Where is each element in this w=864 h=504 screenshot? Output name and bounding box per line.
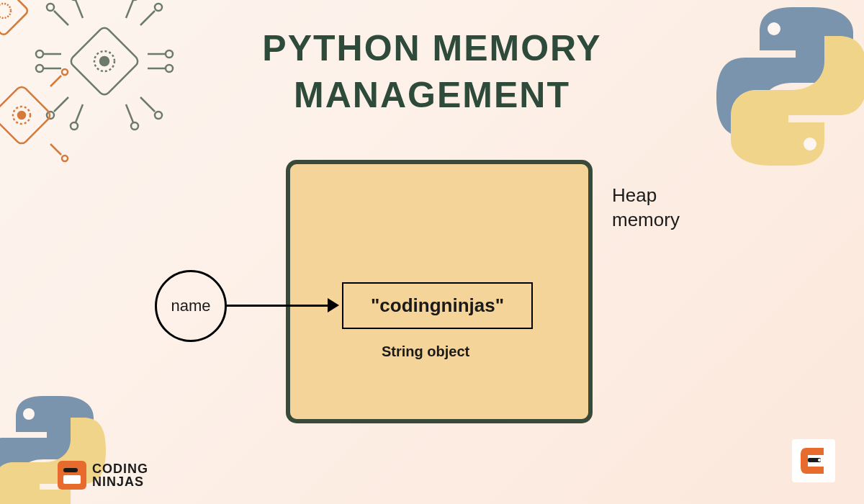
variable-name-text: name bbox=[171, 297, 210, 315]
svg-line-21 bbox=[54, 97, 68, 112]
heap-memory-label: Heap memory bbox=[612, 184, 680, 233]
reference-arrow bbox=[227, 305, 331, 307]
svg-point-40 bbox=[23, 408, 35, 420]
title-line-2: MANAGEMENT bbox=[262, 72, 601, 119]
svg-point-26 bbox=[36, 50, 43, 58]
string-object-box: "codingninjas" bbox=[342, 282, 533, 329]
coding-ninjas-brand-text: CODING NINJAS bbox=[92, 462, 148, 488]
svg-point-10 bbox=[155, 4, 162, 11]
svg-point-2 bbox=[100, 57, 109, 66]
svg-line-9 bbox=[140, 11, 155, 25]
coding-ninjas-icon bbox=[58, 461, 86, 490]
svg-point-16 bbox=[155, 112, 162, 119]
svg-line-31 bbox=[50, 76, 61, 86]
svg-line-15 bbox=[140, 97, 155, 112]
svg-point-29 bbox=[18, 112, 25, 119]
python-logo-icon bbox=[706, 0, 864, 173]
svg-point-42 bbox=[818, 459, 821, 462]
svg-point-12 bbox=[166, 50, 173, 58]
title-line-1: PYTHON MEMORY bbox=[262, 25, 601, 72]
svg-point-18 bbox=[131, 122, 138, 130]
svg-line-7 bbox=[126, 0, 133, 18]
circuit-decoration bbox=[0, 0, 209, 180]
svg-line-19 bbox=[76, 104, 83, 122]
svg-point-24 bbox=[36, 65, 43, 72]
svg-line-17 bbox=[126, 104, 133, 122]
svg-rect-36 bbox=[0, 0, 29, 36]
coding-ninjas-icon-small bbox=[792, 439, 835, 482]
page-title: PYTHON MEMORY MANAGEMENT bbox=[262, 25, 601, 119]
svg-point-32 bbox=[62, 69, 68, 75]
svg-point-14 bbox=[166, 65, 173, 72]
svg-point-4 bbox=[47, 4, 54, 11]
svg-point-34 bbox=[62, 156, 68, 161]
string-value-text: "codingninjas" bbox=[371, 294, 504, 317]
reference-arrow-head bbox=[328, 298, 339, 312]
svg-point-37 bbox=[0, 4, 11, 18]
svg-point-38 bbox=[768, 22, 780, 35]
svg-point-39 bbox=[804, 138, 816, 150]
string-object-label: String object bbox=[382, 343, 469, 360]
coding-ninjas-logo: CODING NINJAS bbox=[58, 461, 148, 490]
svg-line-5 bbox=[76, 0, 83, 18]
variable-name-circle: name bbox=[155, 270, 227, 342]
svg-line-3 bbox=[54, 11, 68, 25]
svg-point-20 bbox=[71, 122, 78, 130]
svg-line-33 bbox=[50, 144, 61, 155]
